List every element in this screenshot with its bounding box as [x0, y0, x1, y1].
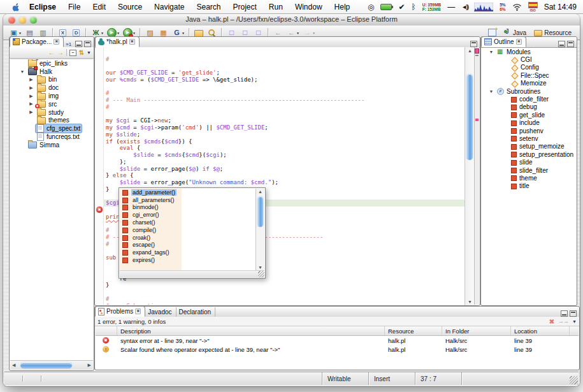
menu-clock[interactable]: Sat 14:49 [544, 3, 577, 11]
code-line[interactable]: $slide = $cmds{$cmd}($cgi); [103, 152, 464, 159]
tree-item-epic-links[interactable]: epic_links [10, 59, 93, 68]
tree-item-pushenv[interactable]: pushenv [482, 127, 576, 134]
maximize-view-icon[interactable] [84, 41, 91, 47]
code-line[interactable]: eval { [103, 145, 464, 152]
forward-icon[interactable]: → [57, 50, 64, 56]
close-icon[interactable]: ✖ [129, 39, 135, 45]
code-line[interactable]: # [103, 296, 464, 303]
code-line[interactable]: my $cgi = CGI->new; [103, 117, 464, 124]
tree-item-setup-presentation[interactable]: setup_presentation [482, 150, 576, 158]
tree-item-setenv[interactable]: setenv [482, 134, 576, 142]
open-perspective-button[interactable] [486, 28, 498, 37]
tree-item-doc[interactable]: ▶doc [10, 83, 93, 92]
code-line[interactable] [103, 62, 464, 69]
menu-item-eclipse[interactable]: Eclipse [29, 3, 56, 11]
tab-halk-pl[interactable]: *halk.pl ✖ [95, 36, 140, 47]
problem-row[interactable]: !Scalar found where operator expected at… [96, 345, 579, 354]
window-resize-grip[interactable] [570, 376, 578, 384]
tree-item-simma[interactable]: Simma [10, 141, 93, 149]
code-line[interactable]: our %cmds = ($CMD_GET_SLIDE => \&get_sli… [103, 76, 464, 83]
tree-item-theme[interactable]: theme [482, 174, 576, 182]
code-line[interactable]: } [103, 282, 464, 289]
package-explorer-tree[interactable]: epic_links▼Halk▶bin▶doc▶img▶src▶studythe… [10, 59, 93, 360]
completion-item-add-parameter[interactable]: add_parameter() [120, 189, 256, 196]
scroll-down-icon[interactable]: ▼ [465, 300, 475, 304]
collapse-all-icon[interactable]: − [69, 50, 76, 56]
tab-javadoc[interactable]: Javadoc [145, 307, 176, 317]
apple-menu-icon[interactable] [11, 3, 20, 11]
overview-marker[interactable] [475, 48, 479, 54]
code-line[interactable]: # [103, 56, 464, 63]
tab-package-explorer[interactable]: Package... ✖ [10, 36, 64, 47]
filter-icon[interactable]: →→ [558, 318, 568, 324]
tree-item-slide[interactable]: slide [482, 158, 576, 166]
expand-arrow-icon[interactable]: ▶ [27, 110, 36, 115]
menu-item-navigate[interactable]: Navigate [154, 3, 184, 11]
completion-item-expires[interactable]: expires() [120, 256, 256, 264]
code-line[interactable]: # [103, 90, 464, 97]
cpu-histogram-icon[interactable] [474, 3, 493, 11]
perspective-java-button[interactable]: Java [502, 29, 528, 37]
tree-item-slide-filter[interactable]: slide_filter [482, 166, 576, 174]
code-line[interactable]: # --- Main -----------------------------… [103, 97, 464, 104]
tree-item-src[interactable]: ▶src [10, 100, 93, 108]
overview-ruler[interactable] [474, 47, 479, 305]
menu-item-project[interactable]: Project [233, 3, 257, 11]
column-description[interactable]: Description [117, 326, 385, 335]
tree-item-include[interactable]: include [482, 119, 576, 127]
completion-item-charset[interactable]: charset() [120, 219, 256, 226]
tree-item-cgi[interactable]: CGI [482, 55, 576, 63]
bluetooth-icon[interactable]: ᛒ [411, 2, 415, 12]
tree-item-funcreqs-txt[interactable]: funcreqs.txt [10, 133, 93, 141]
menu-item-edit[interactable]: Edit [92, 3, 106, 11]
error-marker-icon[interactable]: ✖ [96, 207, 103, 213]
code-line[interactable]: } else { [103, 172, 464, 179]
keyboard-layout-menu[interactable]: ISO [528, 2, 538, 12]
target-menu-icon[interactable]: ◎ [368, 2, 374, 12]
expand-arrow-icon[interactable]: ▶ [27, 85, 36, 91]
wifi-icon[interactable] [512, 3, 522, 11]
code-line[interactable]: my $cmd = $cgi->param('cmd') || $CMD_GET… [103, 124, 464, 131]
tab-declaration[interactable]: Declaration [176, 307, 216, 317]
tree-item-config[interactable]: Config [482, 64, 576, 71]
completion-list[interactable]: add_parameter()all_parameters()binmode()… [120, 189, 256, 270]
tree-item-subroutines[interactable]: ▼FSubroutines [482, 87, 576, 95]
minimize-view-icon[interactable] [558, 41, 565, 47]
problem-row[interactable]: ✖syntax error at - line 39, near "->"hal… [96, 336, 579, 345]
code-line[interactable]: our $CMD_GET_SLIDE = 'get_slide'; [103, 69, 464, 76]
delete-icon[interactable]: ✖ [549, 318, 554, 325]
minimize-view-icon[interactable] [75, 41, 82, 47]
tree-item-halk[interactable]: ▼Halk [10, 68, 93, 76]
tree-item-title[interactable]: title [482, 182, 576, 190]
tree-item-themes[interactable]: themes [10, 117, 93, 125]
scroll-down-icon[interactable]: ▼ [256, 265, 264, 270]
back-icon[interactable]: ← [48, 50, 55, 56]
code-line[interactable]: if (exists $cmds{$cmd}) { [103, 138, 464, 145]
tree-item-memoize[interactable]: Memoize [482, 80, 576, 87]
column-in-folder[interactable]: In Folder [442, 326, 511, 335]
overview-marker[interactable] [475, 55, 479, 56]
expand-arrow-icon[interactable]: ▶ [27, 94, 36, 99]
close-icon[interactable]: ✖ [516, 39, 522, 45]
code-line[interactable] [103, 83, 464, 91]
cpu-percent[interactable]: 5% 6% [500, 3, 505, 11]
tree-item-debug[interactable]: debug [482, 103, 576, 111]
menu-item-help[interactable]: Help [335, 3, 350, 11]
code-line[interactable] [103, 111, 464, 118]
popup-scroll-thumb[interactable] [257, 196, 263, 227]
menu-item-source[interactable]: Source [118, 3, 142, 11]
menu-item-run[interactable]: Run [269, 3, 283, 11]
code-line[interactable]: # --- Subroutines ----------------------… [103, 303, 464, 305]
close-icon[interactable]: ✖ [54, 39, 59, 45]
overview-marker[interactable] [475, 119, 479, 121]
expand-arrow-icon[interactable]: ▶ [27, 77, 36, 82]
maximize-view-icon[interactable] [570, 310, 577, 317]
tab-outline[interactable]: Outline ✖ [481, 36, 526, 47]
collapse-arrow-icon[interactable]: ▼ [487, 50, 496, 54]
expand-arrow-icon[interactable]: ▶ [27, 101, 36, 106]
completion-item-escape[interactable]: escape() [120, 242, 256, 249]
column-location[interactable]: Location [511, 326, 570, 335]
battery-icon[interactable] [380, 4, 392, 10]
scroll-left-icon[interactable]: ◀ [12, 363, 15, 368]
volume-icon[interactable]: ◄))) [461, 2, 468, 12]
